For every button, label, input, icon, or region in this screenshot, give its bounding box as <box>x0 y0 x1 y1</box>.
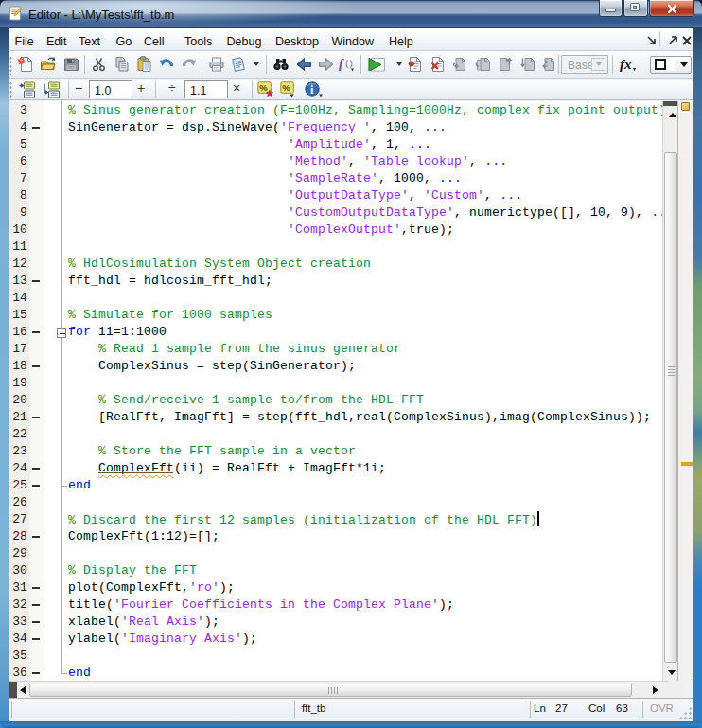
svg-text:%: % <box>282 82 290 93</box>
svg-text:f: f <box>339 57 344 71</box>
svg-text:%: % <box>259 82 268 93</box>
svg-text:fx: fx <box>620 57 632 72</box>
